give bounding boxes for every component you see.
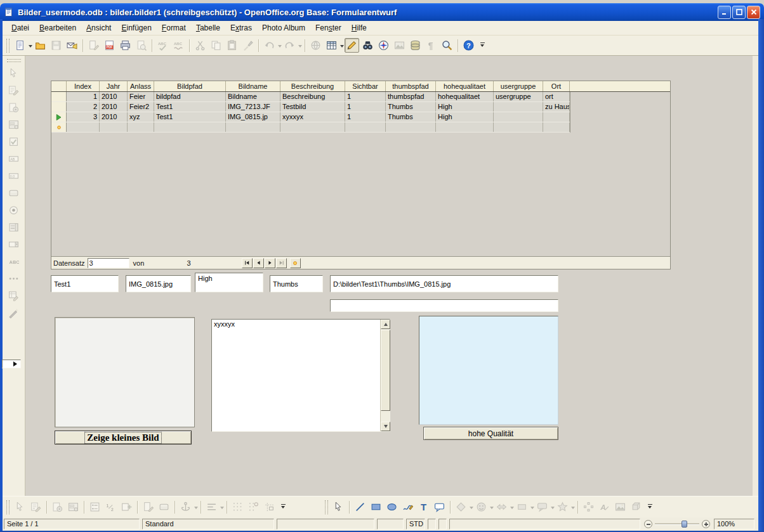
grid-cell[interactable]: Beschreibung — [280, 92, 345, 101]
menu-bearbeiten[interactable]: Bearbeiten — [34, 22, 81, 34]
line-button[interactable] — [353, 500, 367, 514]
column-header-hohequalitaet[interactable]: hohequalitaet — [436, 81, 494, 91]
grid-cell[interactable] — [436, 122, 494, 132]
column-header-anlass[interactable]: Anlass — [128, 81, 154, 91]
zoom-button[interactable] — [440, 38, 454, 53]
rectangle-button[interactable] — [369, 500, 383, 514]
previous-record-button[interactable] — [253, 258, 264, 268]
grid-cell[interactable]: High — [436, 102, 494, 112]
grid-cell[interactable]: Thumbs — [386, 112, 436, 122]
text-box-button[interactable]: T — [416, 500, 431, 514]
open-document-button[interactable] — [33, 38, 48, 53]
scroll-down-button[interactable] — [381, 422, 390, 431]
ellipse-button[interactable] — [385, 500, 399, 514]
grid-cell[interactable]: Test1 — [154, 102, 226, 112]
grid-cell[interactable]: usergruppe — [494, 92, 543, 101]
grid-cell[interactable]: xyz — [128, 112, 154, 122]
menu-format[interactable]: Format — [157, 22, 191, 34]
grid-cell[interactable]: Feier — [128, 92, 154, 101]
select-button[interactable] — [331, 500, 346, 514]
grid-cell[interactable]: IMG_7213.JF — [226, 102, 280, 112]
menu-datei[interactable]: Datei — [6, 22, 34, 34]
column-header-bildpfad[interactable]: Bildpfad — [154, 81, 226, 91]
first-record-button[interactable] — [242, 258, 253, 268]
bildname-field[interactable]: IMG_0815.jpg — [126, 275, 191, 292]
toolbar-grip[interactable] — [6, 500, 10, 514]
thumbspfad-field[interactable]: Thumbs — [270, 275, 323, 292]
current-row-marker[interactable] — [51, 112, 67, 122]
grid-cell[interactable]: 1 — [345, 102, 386, 112]
grid-cell[interactable] — [67, 122, 100, 132]
qualitaet-field[interactable]: High — [195, 273, 263, 292]
vertical-scrollbar[interactable] — [380, 320, 390, 431]
description-textarea[interactable]: xyxxyx — [211, 319, 390, 432]
zoom-slider-thumb[interactable] — [682, 521, 687, 528]
next-record-button[interactable] — [265, 258, 275, 268]
high-quality-button[interactable]: hohe Qualität — [423, 427, 558, 440]
grid-cell[interactable]: thumbspfad — [386, 92, 436, 101]
callout-button[interactable] — [432, 500, 447, 514]
scrollbar-thumb[interactable] — [381, 330, 390, 411]
scroll-up-button[interactable] — [381, 320, 390, 329]
show-small-image-button[interactable]: Zeige kleines Bild — [55, 431, 192, 444]
grid-cell[interactable]: 1 — [67, 92, 100, 101]
toolbar-options[interactable] — [478, 38, 486, 53]
freeform-line-button[interactable] — [400, 500, 415, 514]
data-sources-button[interactable] — [408, 38, 423, 53]
grid-cell[interactable]: xyxxyx — [280, 112, 345, 122]
grid-cell[interactable] — [494, 112, 543, 122]
grid-cell[interactable] — [345, 122, 386, 132]
menu-hilfe[interactable]: Hilfe — [346, 22, 372, 34]
grid-cell[interactable] — [543, 122, 570, 132]
draw-toolbar-options[interactable] — [646, 500, 654, 514]
grid-cell[interactable]: Thumbs — [386, 102, 436, 112]
insert-table-dropdown-arrow[interactable] — [340, 45, 344, 49]
grid-cell[interactable] — [226, 122, 280, 132]
document-as-email-button[interactable] — [65, 38, 79, 53]
form-toolbar-options[interactable] — [279, 500, 287, 514]
grid-cell[interactable]: Test1 — [154, 112, 226, 122]
navigator-button[interactable] — [376, 38, 391, 53]
new-record-button[interactable] — [290, 258, 301, 268]
column-header-index[interactable]: Index — [67, 81, 100, 91]
zoom-slider-track[interactable] — [655, 523, 699, 525]
maximize-button[interactable] — [732, 6, 746, 19]
column-header-bildname[interactable]: Bildname — [226, 81, 280, 91]
full-path-field[interactable]: D:\bilder\Test1\Thumbs\IMG_0815.jpg — [330, 275, 558, 292]
grid-cell[interactable]: Testbild — [280, 102, 345, 112]
grid-cell[interactable]: 2 — [67, 102, 100, 112]
find-and-replace-button[interactable] — [360, 38, 375, 53]
zoom-out-button[interactable] — [644, 520, 652, 528]
zoom-slider[interactable] — [643, 519, 711, 529]
grid-cell[interactable]: 2010 — [100, 102, 128, 112]
new-row-marker[interactable] — [51, 122, 67, 132]
grid-cell[interactable]: High — [436, 112, 494, 122]
toolbar-grip[interactable] — [6, 39, 10, 53]
grid-cell[interactable]: IMG_0815.jp — [226, 112, 280, 122]
menu-tabelle[interactable]: Tabelle — [191, 22, 225, 34]
insert-table-button[interactable] — [324, 38, 339, 53]
grid-cell[interactable]: 2010 — [100, 112, 128, 122]
column-header-ort[interactable]: Ort — [543, 81, 570, 91]
grid-cell[interactable] — [100, 122, 128, 132]
grid-cell[interactable]: 3 — [67, 112, 100, 122]
grid-cell[interactable]: Feier2 — [128, 102, 154, 112]
row-header[interactable] — [51, 102, 67, 112]
empty-path-field[interactable] — [330, 299, 558, 312]
grid-cell[interactable]: Bildname — [226, 92, 280, 101]
grid-cell[interactable] — [494, 122, 543, 132]
grid-cell[interactable] — [128, 122, 154, 132]
column-header-jahr[interactable]: Jahr — [100, 81, 128, 91]
print-file-button[interactable] — [118, 38, 133, 53]
grid-cell[interactable] — [494, 102, 543, 112]
minimize-button[interactable] — [718, 6, 731, 19]
grid-cell[interactable]: 1 — [345, 92, 386, 101]
close-button[interactable] — [747, 6, 760, 19]
column-header-thumbspfad[interactable]: thumbspfad — [386, 81, 436, 91]
grid-cell[interactable] — [154, 122, 226, 132]
menu-extras[interactable]: Extras — [225, 22, 257, 34]
grid-cell[interactable]: hohequalitaet — [436, 92, 494, 101]
toolbar-grip[interactable] — [325, 500, 328, 514]
record-number-input[interactable]: 3 — [88, 258, 129, 268]
export-as-pdf-button[interactable]: PDF — [102, 38, 117, 53]
